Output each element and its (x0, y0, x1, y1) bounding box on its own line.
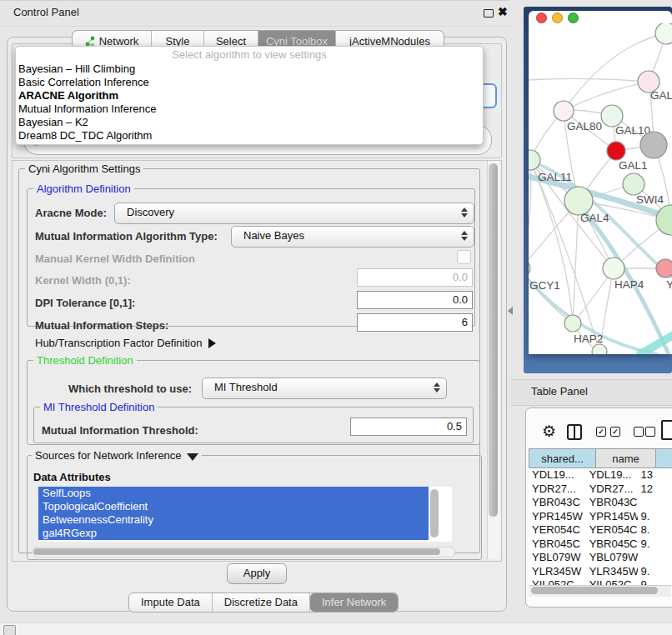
table-row[interactable]: YLR345WYLR345W9. (529, 565, 672, 579)
split-pane-collapse-icon[interactable] (508, 307, 513, 315)
which-threshold-label: Which threshold to use: (68, 382, 192, 395)
cyni-settings-group-title: Cyni Algorithm Settings (25, 162, 143, 175)
column-header-name[interactable]: name (595, 448, 655, 468)
network-node-label: Y (666, 278, 672, 291)
float-panel-icon[interactable] (484, 9, 494, 18)
split-columns-icon[interactable] (567, 424, 582, 440)
aracne-mode-combobox[interactable]: Discovery (114, 202, 474, 224)
which-threshold-combobox[interactable]: MI Threshold (202, 378, 447, 399)
network-node[interactable] (592, 344, 607, 354)
network-node-label: GCY1 (529, 279, 560, 292)
table-row[interactable]: YDR27...YDR27...12 (529, 482, 672, 497)
mi-threshold-input[interactable]: 0.5 (350, 418, 467, 436)
network-node-label: GAL11 (538, 171, 572, 183)
network-node-gal1[interactable] (607, 142, 625, 160)
mi-type-combobox[interactable]: Naive Bayes (231, 226, 474, 248)
table-row[interactable]: YBR043CYBR043C (529, 496, 672, 510)
list-item-gal4rgexp[interactable]: gal4RGexp (38, 527, 429, 540)
algorithm-dropdown-hint: Select algorithm to view settings (16, 48, 483, 62)
table-cell: YBL079W (586, 551, 638, 565)
table-header-row: shared...nameA (529, 448, 672, 468)
table-cell: YPR145W (529, 510, 586, 524)
network-node[interactable] (656, 205, 672, 235)
table-row[interactable]: YIL052CYIL052C9. (529, 578, 672, 585)
sources-group-title: Sources for Network Inference (35, 449, 182, 462)
network-node-label: GAL (650, 89, 672, 102)
dropdown-item-bayesian-hill-climbing[interactable]: Bayesian – Hill Climbing (16, 62, 483, 76)
table-cell: YER054C (586, 523, 638, 538)
list-item-betweennesscentrality[interactable]: BetweennessCentrality (38, 513, 429, 527)
network-canvas[interactable]: GALGAL80GAL10GAL1GAL11SWI4GAL4GCY1HAP4YH… (529, 23, 672, 354)
attributes-list-hscrollbar-thumb[interactable] (33, 548, 440, 555)
checked-checkbox-icon[interactable]: ✓ (596, 427, 606, 437)
table-cell: YBR045C (529, 538, 586, 552)
column-header-shared-[interactable]: shared... (529, 448, 595, 468)
checked-checkbox-icon[interactable]: ✓ (610, 427, 620, 437)
table-row[interactable]: YBR045CYBR045C9. (529, 538, 672, 552)
manual-kernel-checkbox[interactable] (457, 250, 471, 264)
table-row[interactable]: YBL079WYBL079W (529, 551, 672, 565)
zoom-button[interactable] (568, 12, 579, 23)
gear-icon[interactable]: ⚙ (542, 422, 556, 441)
table-row[interactable]: YDL19...YDL19...13 (529, 468, 672, 482)
close-icon[interactable]: ✖ (498, 5, 508, 18)
table-cell: 9. (638, 565, 672, 579)
table-cell: YDR27... (586, 482, 638, 497)
mi-steps-input[interactable]: 6 (357, 313, 473, 332)
data-attributes-list[interactable]: SelfLoopsTopologicalCoefficientBetweenne… (38, 487, 452, 542)
table-cell: YBL079W (529, 551, 586, 565)
attributes-list-scrollbar-thumb[interactable] (430, 489, 439, 538)
network-node-gcy1[interactable] (529, 259, 530, 278)
table-cell: YDL19... (529, 468, 586, 482)
file-icon[interactable] (661, 420, 672, 440)
apply-button[interactable]: Apply (227, 563, 287, 584)
network-node[interactable] (655, 23, 672, 44)
dropdown-item-dream8-dc-tdc-algorithm[interactable]: Dream8 DC_TDC Algorithm (16, 129, 483, 142)
list-item-topologicalcoefficient[interactable]: TopologicalCoefficient (38, 500, 429, 513)
table-cell: YDR27... (529, 482, 586, 497)
dropdown-item-bayesian-k2[interactable]: Bayesian – K2 (16, 116, 483, 129)
table-cell: 9. (638, 538, 672, 552)
list-item-selfloops[interactable]: SelfLoops (38, 487, 429, 500)
data-attributes-label: Data Attributes (33, 471, 111, 483)
table-rows: YDL19...YDL19...13YDR27...YDR27...12YBR0… (529, 468, 672, 585)
network-node-gal4[interactable] (564, 187, 593, 215)
kernel-width-label: Kernel Width (0,1): (35, 274, 131, 287)
network-node-hap4[interactable] (603, 258, 624, 279)
unchecked-checkbox-icon[interactable] (634, 427, 644, 437)
dpi-tolerance-label: DPI Tolerance [0,1]: (35, 297, 135, 309)
table-cell: 13 (638, 468, 672, 482)
column-header-a[interactable]: A (655, 448, 672, 468)
tab-impute-data[interactable]: Impute Data (129, 593, 213, 612)
network-node-y[interactable] (656, 259, 672, 278)
network-node-hap2[interactable] (564, 315, 581, 332)
minimize-button[interactable] (552, 12, 563, 23)
unchecked-checkbox-icon[interactable] (645, 427, 655, 437)
network-node-gal80[interactable] (554, 101, 574, 121)
mi-threshold-label: Mutual Information Threshold: (42, 424, 198, 437)
mi-type-label: Mutual Information Algorithm Type: (35, 230, 218, 242)
dropdown-item-aracne-algorithm[interactable]: ARACNE Algorithm (16, 89, 483, 102)
network-node[interactable] (640, 132, 667, 158)
dpi-tolerance-input[interactable]: 0.0 (357, 291, 473, 309)
minimized-panel-icon[interactable] (3, 625, 16, 635)
table-row[interactable]: YER054CYER054C8. (529, 523, 672, 538)
network-node-swi4[interactable] (623, 173, 644, 195)
table-row[interactable]: YPR145WYPR145W9. (529, 510, 672, 524)
table-cell (638, 496, 672, 510)
dropdown-item-mutual-information-inference[interactable]: Mutual Information Inference (16, 102, 483, 116)
table-hscrollbar-thumb[interactable] (531, 587, 658, 594)
cyni-bottom-tabbar: Impute DataDiscretize DataInfer Network (128, 592, 399, 612)
hub-definition-toggle[interactable]: Hub/Transcription Factor Definition (35, 337, 216, 349)
network-node-label: GAL1 (619, 159, 648, 172)
network-node-label: GAL4 (580, 212, 609, 224)
table-cell: YER054C (529, 523, 586, 538)
sources-group-toggle[interactable]: Sources for Network Inference (32, 449, 202, 462)
tab-infer-network[interactable]: Infer Network (310, 593, 398, 612)
tab-discretize-data[interactable]: Discretize Data (213, 593, 310, 612)
settings-scrollbar-thumb[interactable] (489, 163, 498, 517)
close-button[interactable] (536, 12, 547, 23)
dropdown-item-basic-correlation-inference[interactable]: Basic Correlation Inference (16, 76, 483, 89)
kernel-width-input[interactable]: 0.0 (357, 268, 473, 287)
hub-definition-label: Hub/Transcription Factor Definition (35, 337, 202, 349)
